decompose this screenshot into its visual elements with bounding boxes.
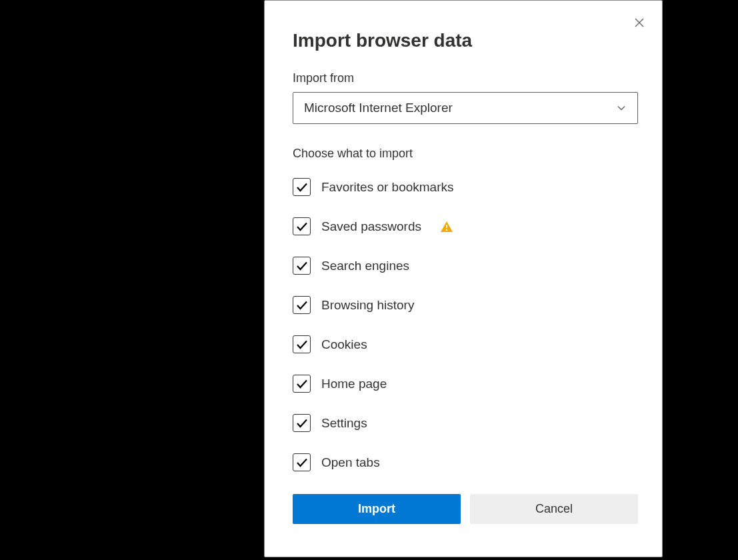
- checkbox-saved-passwords[interactable]: [293, 217, 311, 235]
- checkbox-row: Saved passwords: [293, 217, 638, 235]
- import-button[interactable]: Import: [293, 494, 461, 524]
- checkbox-label: Saved passwords: [321, 219, 421, 234]
- close-button[interactable]: [629, 13, 650, 34]
- checkbox-favorites[interactable]: [293, 178, 311, 196]
- checkbox-row: Browsing history: [293, 296, 638, 314]
- checkbox-row: Settings: [293, 414, 638, 432]
- checkbox-search-engines[interactable]: [293, 257, 311, 275]
- warning-icon: [440, 221, 453, 233]
- dialog-button-row: Import Cancel: [293, 494, 638, 524]
- checkbox-browsing-history[interactable]: [293, 296, 311, 314]
- cancel-button[interactable]: Cancel: [470, 494, 638, 524]
- import-items-list: Favorites or bookmarks Saved passwords S…: [293, 178, 638, 471]
- import-from-value: Microsoft Internet Explorer: [304, 101, 453, 115]
- checkbox-label: Favorites or bookmarks: [321, 180, 454, 195]
- checkbox-row: Favorites or bookmarks: [293, 178, 638, 196]
- checkbox-label: Home page: [321, 377, 387, 391]
- checkbox-label: Cookies: [321, 337, 367, 352]
- checkbox-label: Search engines: [321, 259, 409, 273]
- checkbox-row: Open tabs: [293, 453, 638, 471]
- checkbox-row: Cookies: [293, 335, 638, 353]
- checkbox-label: Open tabs: [321, 455, 380, 470]
- choose-what-to-import-label: Choose what to import: [293, 147, 638, 161]
- import-from-label: Import from: [293, 71, 638, 85]
- checkbox-row: Home page: [293, 375, 638, 393]
- checkbox-home-page[interactable]: [293, 375, 311, 393]
- checkbox-label: Settings: [321, 416, 367, 431]
- dialog-title: Import browser data: [293, 30, 638, 51]
- checkbox-open-tabs[interactable]: [293, 453, 311, 471]
- checkbox-settings[interactable]: [293, 414, 311, 432]
- import-from-select[interactable]: Microsoft Internet Explorer: [293, 92, 638, 124]
- checkbox-cookies[interactable]: [293, 335, 311, 353]
- chevron-down-icon: [616, 103, 627, 113]
- checkbox-row: Search engines: [293, 257, 638, 275]
- import-browser-data-dialog: Import browser data Import from Microsof…: [264, 0, 663, 557]
- svg-rect-2: [446, 225, 447, 228]
- close-icon: [634, 17, 645, 30]
- svg-rect-3: [446, 229, 447, 231]
- checkbox-label: Browsing history: [321, 298, 414, 313]
